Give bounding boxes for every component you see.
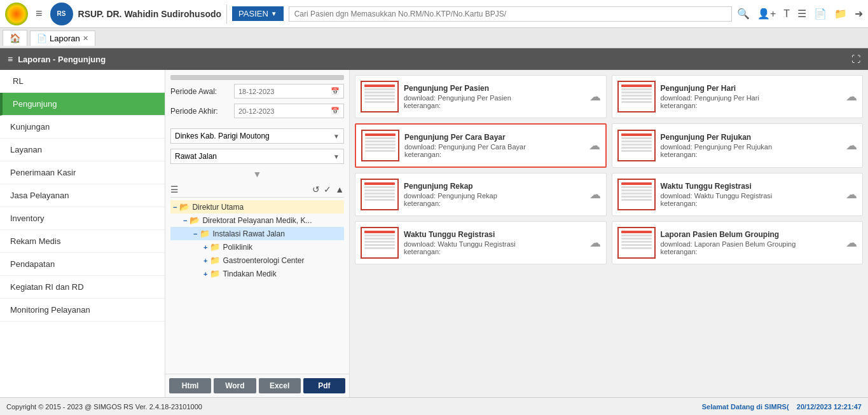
cloud-download-icon-4[interactable]: ☁ <box>589 187 601 201</box>
tree-folder-poliklinik-icon: 📁 <box>210 242 220 252</box>
report-card-pengunjung-rekap[interactable]: Pengunjung Rekap download: Pengunjung Re… <box>355 173 607 216</box>
add-user-icon[interactable]: 👤+ <box>757 8 776 20</box>
main-layout: RL Pengunjung Kunjungan Layanan Penerima… <box>0 70 868 397</box>
cloud-download-icon-0[interactable]: ☁ <box>589 90 601 104</box>
mode-label: PASIEN <box>238 9 268 18</box>
expand-icon[interactable]: ⛶ <box>851 54 860 64</box>
report-title-7: Laporan Pasien Belum Grouping <box>661 230 841 239</box>
laporan-tab[interactable]: 📄 Laporan ✕ <box>30 31 95 46</box>
mode-selector[interactable]: PASIEN ▼ <box>232 6 284 21</box>
periode-awal-label: Periode Awal: <box>170 87 234 96</box>
sidebar-item-penerimaan-kasir[interactable]: Penerimaan Kasir <box>0 161 165 184</box>
tree-toolbar: ☰ ↺ ✓ ▲ <box>170 182 344 198</box>
report-grid: Pengunjung Per Pasien download: Pengunju… <box>355 75 863 264</box>
cloud-download-icon-6[interactable]: ☁ <box>589 236 601 250</box>
periode-akhir-input[interactable]: 20-12-2023 📅 <box>234 104 344 118</box>
cloud-download-icon-1[interactable]: ☁ <box>846 90 857 104</box>
tree-undo-icon[interactable]: ↺ <box>312 184 320 194</box>
tree-collapse-icon[interactable]: ▲ <box>335 184 344 194</box>
home-tab[interactable]: 🏠 <box>3 30 27 46</box>
report-thumb-1 <box>617 81 656 112</box>
laporan-tab-label: Laporan <box>50 34 80 43</box>
report-card-laporan-pasien-belum-grouping[interactable]: Laporan Pasien Belum Grouping download: … <box>612 221 864 264</box>
cloud-download-icon-2[interactable]: ☁ <box>589 139 600 153</box>
instansi-value: Dinkes Kab. Parigi Moutong <box>175 132 270 140</box>
excel-button[interactable]: Excel <box>259 378 301 393</box>
word-button[interactable]: Word <box>214 378 256 393</box>
jenis-dropdown[interactable]: Rawat Jalan ▼ <box>170 149 344 164</box>
document-icon[interactable]: 📄 <box>814 8 827 20</box>
folder-icon[interactable]: 📁 <box>834 8 847 20</box>
pdf-button[interactable]: Pdf <box>303 378 345 393</box>
text-icon[interactable]: T <box>783 8 790 20</box>
tree-item-poliklinik[interactable]: + 📁 Poliklinik <box>170 240 344 254</box>
report-card-waktu-tunggu-registrasi-2[interactable]: Waktu Tunggu Registrasi download: Waktu … <box>355 221 607 264</box>
sidebar-item-rl[interactable]: RL <box>0 70 165 93</box>
tree-label-instalasi: Instalasi Rawat Jalan <box>212 229 284 238</box>
sidebar-item-layanan[interactable]: Layanan <box>0 139 165 161</box>
report-thumb-6 <box>361 227 399 259</box>
report-info-0: Pengunjung Per Pasien download: Pengunju… <box>404 84 584 109</box>
tree-list-icon[interactable]: ☰ <box>170 184 179 194</box>
report-thumb-3 <box>617 130 656 161</box>
tree-check-icon[interactable]: ✓ <box>324 184 331 194</box>
report-keterangan-6: keterangan: <box>404 248 584 255</box>
laporan-tab-close[interactable]: ✕ <box>83 34 88 43</box>
sidebar-item-kunjungan[interactable]: Kunjungan <box>0 116 165 139</box>
scroll-indicator[interactable] <box>170 75 344 80</box>
cloud-download-icon-7[interactable]: ☁ <box>846 236 857 250</box>
sidebar-item-jasa-pelayanan[interactable]: Jasa Pelayanan <box>0 184 165 207</box>
sidebar-item-kegiatan-ri-rd[interactable]: Kegiatan RI dan RD <box>0 276 165 299</box>
instansi-dropdown[interactable]: Dinkes Kab. Parigi Moutong ▼ <box>170 128 344 144</box>
tree-item-instalasi-rawat-jalan[interactable]: − 📁 Instalasi Rawat Jalan <box>170 227 344 240</box>
cloud-download-icon-5[interactable]: ☁ <box>846 187 857 201</box>
tree-toggle-instalasi[interactable]: − <box>193 230 197 238</box>
scroll-down-indicator: ▼ <box>170 169 344 179</box>
report-card-pengunjung-per-hari[interactable]: Pengunjung Per Hari download: Pengunjung… <box>612 75 864 118</box>
calendar-icon-2[interactable]: 📅 <box>331 107 340 115</box>
sidebar-item-pengunjung[interactable]: Pengunjung <box>0 93 165 116</box>
sidebar-item-pendapatan[interactable]: Pendapatan <box>0 253 165 276</box>
section-menu-icon[interactable]: ≡ <box>8 54 13 64</box>
report-card-waktu-tunggu-registrasi-1[interactable]: Waktu Tunggu Registrasi download: Waktu … <box>612 173 864 216</box>
report-keterangan-1: keterangan: <box>661 102 841 109</box>
list-icon[interactable]: ☰ <box>797 8 806 20</box>
patient-search-input[interactable] <box>289 6 732 22</box>
report-download-7: download: Laporan Pasien Belum Grouping <box>661 240 841 248</box>
tree-item-direktur-utama[interactable]: − 📂 Direktur Utama <box>170 200 344 214</box>
tabbar: 🏠 📄 Laporan ✕ <box>0 28 868 48</box>
jenis-row: Rawat Jalan ▼ <box>170 149 344 164</box>
tree-toggle-direktorat[interactable]: − <box>183 217 187 224</box>
instansi-row: Dinkes Kab. Parigi Moutong ▼ <box>170 128 344 144</box>
report-title-3: Pengunjung Per Rujukan <box>661 133 841 142</box>
report-card-pengunjung-per-rujukan[interactable]: Pengunjung Per Rujukan download: Pengunj… <box>612 123 864 168</box>
report-panel: Pengunjung Per Pasien download: Pengunju… <box>350 70 868 397</box>
tree-item-tindakan-medik[interactable]: + 📁 Tindakan Medik <box>170 267 344 280</box>
calendar-icon[interactable]: 📅 <box>331 87 340 95</box>
hamburger-menu[interactable]: ≡ <box>33 4 45 23</box>
cloud-download-icon-3[interactable]: ☁ <box>846 139 857 153</box>
report-title-2: Pengunjung Per Cara Bayar <box>404 133 584 142</box>
hospital-name: RSUP. DR. Wahidin Sudirohusodo <box>78 9 222 19</box>
periode-akhir-label: Periode Akhir: <box>170 107 234 116</box>
report-info-6: Waktu Tunggu Registrasi download: Waktu … <box>404 230 584 255</box>
tree-toggle-poliklinik[interactable]: + <box>203 243 207 251</box>
sidebar-item-inventory[interactable]: Inventory <box>0 207 165 230</box>
report-title-5: Waktu Tunggu Registrasi <box>661 182 841 191</box>
report-card-pengunjung-per-pasien[interactable]: Pengunjung Per Pasien download: Pengunju… <box>355 75 607 118</box>
tree-toggle-direktur[interactable]: − <box>173 203 177 211</box>
copyright-text: Copyright © 2015 - 2023 @ SIMGOS RS Ver.… <box>6 403 202 411</box>
html-button[interactable]: Html <box>169 378 211 393</box>
search-icon[interactable]: 🔍 <box>737 8 750 20</box>
sidebar-item-rekam-medis[interactable]: Rekam Medis <box>0 230 165 253</box>
report-info-5: Waktu Tunggu Registrasi download: Waktu … <box>661 182 841 207</box>
home-icon: 🏠 <box>10 33 20 43</box>
tree-item-gastroenterologi[interactable]: + 📁 Gastroenterologi Center <box>170 254 344 267</box>
sidebar-item-monitoring-pelayanan[interactable]: Monitoring Pelayanan <box>0 299 165 322</box>
tree-toggle-tindakan[interactable]: + <box>203 270 207 278</box>
logout-icon[interactable]: ➜ <box>855 8 863 20</box>
periode-awal-input[interactable]: 18-12-2023 📅 <box>234 84 344 99</box>
tree-toggle-gastro[interactable]: + <box>203 257 207 264</box>
tree-item-direktorat[interactable]: − 📂 Direktorat Pelayanan Medik, K... <box>170 214 344 227</box>
report-card-pengunjung-per-cara-bayar[interactable]: Pengunjung Per Cara Bayar download: Peng… <box>355 123 607 168</box>
